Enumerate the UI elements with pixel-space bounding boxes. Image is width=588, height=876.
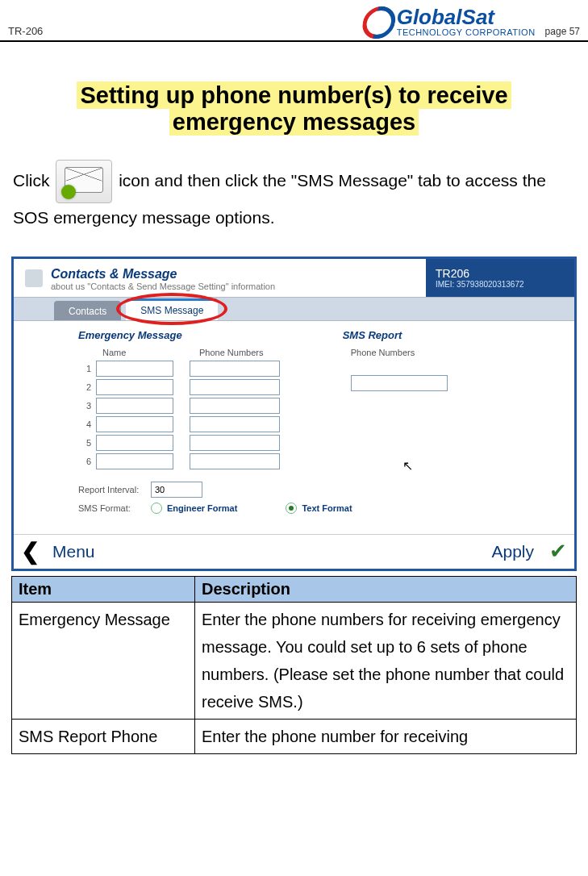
- sms-report-phone-input[interactable]: [351, 375, 448, 391]
- logo-icon: [360, 6, 396, 37]
- embedded-screenshot: Contacts & Message about us "Contacts & …: [11, 257, 577, 571]
- section-emergency-message: Emergency Message: [78, 329, 343, 341]
- apply-button[interactable]: Apply: [491, 542, 542, 561]
- device-imei: IMEI: 357938020313672: [436, 280, 565, 289]
- col-phone: Phone Numbers: [199, 348, 264, 357]
- section-sms-report: SMS Report: [343, 329, 534, 341]
- menu-button[interactable]: Menu: [46, 542, 491, 561]
- page-header: TR-206 GlobalSat TECHNOLOGY CORPORATION …: [0, 0, 588, 42]
- phone-input-6[interactable]: [190, 453, 280, 469]
- device-name: TR206: [436, 267, 565, 280]
- logo-text-sub: TECHNOLOGY CORPORATION: [397, 27, 536, 37]
- tab-contacts[interactable]: Contacts: [54, 301, 121, 320]
- doc-id: TR-206: [8, 25, 43, 37]
- phone-input-5[interactable]: [190, 435, 280, 451]
- cursor-icon: ↖: [402, 458, 413, 473]
- back-button[interactable]: ❮: [14, 538, 46, 565]
- name-input-6[interactable]: [96, 453, 173, 469]
- intro-text: Click icon and then click the "SMS Messa…: [13, 160, 575, 232]
- page-title: Setting up phone number(s) to receive em…: [24, 82, 564, 136]
- name-input-5[interactable]: [96, 435, 173, 451]
- name-input-2[interactable]: [96, 379, 173, 395]
- logo: GlobalSat TECHNOLOGY CORPORATION: [363, 6, 536, 37]
- name-input-4[interactable]: [96, 416, 173, 432]
- page-number: page 57: [545, 26, 580, 37]
- panel-subtitle: about us "Contacts & Send Message Settin…: [51, 282, 275, 291]
- tab-sms-message[interactable]: SMS Message: [126, 298, 218, 320]
- row2-desc: Enter the phone number for receiving: [195, 719, 577, 753]
- th-description: Description: [195, 576, 577, 602]
- header-right: GlobalSat TECHNOLOGY CORPORATION page 57: [363, 6, 580, 37]
- col-name: Name: [78, 348, 199, 357]
- device-info: TR206 IMEI: 357938020313672: [426, 259, 574, 297]
- panel-icon: [25, 269, 43, 287]
- panel-title-area: Contacts & Message about us "Contacts & …: [14, 259, 426, 297]
- name-input-3[interactable]: [96, 398, 173, 414]
- col-phone-2: Phone Numbers: [351, 348, 534, 357]
- radio-engineer-format[interactable]: Engineer Format: [151, 503, 237, 514]
- row2-item: SMS Report Phone: [12, 719, 195, 753]
- logo-text-main: GlobalSat: [397, 6, 536, 27]
- phone-input-2[interactable]: [190, 379, 280, 395]
- th-item: Item: [12, 576, 195, 602]
- report-interval-label: Report Interval:: [78, 485, 151, 494]
- row1-item: Emergency Message: [12, 602, 195, 719]
- radio-text-format[interactable]: Text Format: [286, 503, 352, 514]
- message-icon: [56, 160, 112, 203]
- tabs: Contacts SMS Message: [14, 297, 574, 321]
- confirm-icon[interactable]: ✔: [542, 539, 574, 564]
- row1-desc: Enter the phone numbers for receiving em…: [195, 602, 577, 719]
- phone-input-1[interactable]: [190, 361, 280, 377]
- description-table: Item Description Emergency Message Enter…: [11, 576, 577, 754]
- phone-input-3[interactable]: [190, 398, 280, 414]
- sms-format-label: SMS Format:: [78, 503, 151, 513]
- phone-input-4[interactable]: [190, 416, 280, 432]
- panel-title: Contacts & Message: [51, 267, 275, 282]
- name-input-1[interactable]: [96, 361, 173, 377]
- report-interval-input[interactable]: [151, 482, 202, 498]
